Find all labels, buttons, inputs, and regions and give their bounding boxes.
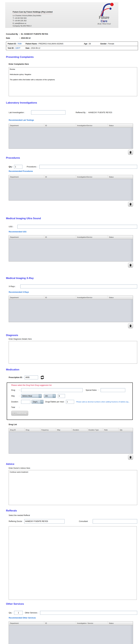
column-header-qty[interactable]: Qty xyxy=(119,428,133,432)
referral-list-box[interactable] xyxy=(9,526,137,600)
column-header-status[interactable]: Status xyxy=(108,296,133,300)
logo-swoosh-icon xyxy=(90,2,118,16)
procedures-input[interactable] xyxy=(39,165,137,169)
logo-word-care: Care ♥ xyxy=(101,20,107,23)
refresh-prescription-button[interactable] xyxy=(40,375,44,380)
way-frequency-select[interactable]: OD ▼ xyxy=(44,394,56,398)
logo-tagline: Body Mind Soul xyxy=(90,23,118,25)
drug-list-delete-button[interactable] xyxy=(128,455,133,460)
way-row: Way : Before Meal ▼ OD ▼ xyxy=(11,394,132,398)
column-header-id[interactable]: ID xyxy=(44,622,76,625)
per-meal-label: Drugs/Tablets per meal : xyxy=(45,401,65,403)
lab-investigation-input[interactable] xyxy=(31,110,66,114)
column-header-id[interactable]: ID xyxy=(44,124,76,128)
column-header-drug[interactable]: Drug xyxy=(24,428,40,432)
heart-icon: ♥ xyxy=(103,20,104,22)
procedures-qty-input[interactable] xyxy=(14,165,22,169)
xray-input[interactable] xyxy=(20,284,137,288)
way-meal-select[interactable]: Before Meal ▼ xyxy=(21,394,42,398)
reffered-by-label: Reffered By : xyxy=(76,112,86,114)
add-icon: + xyxy=(13,412,16,414)
patient-row-2: Visit ID : 13577 Date : 2024-06-12 xyxy=(6,46,138,50)
column-header-department[interactable]: Department xyxy=(9,622,44,625)
consult-date-value: 2024-06-12 xyxy=(21,37,31,39)
medication-heading: Medication xyxy=(6,368,139,371)
consult-date-label: Date xyxy=(6,37,19,39)
column-header-status[interactable]: Status xyxy=(108,622,133,625)
column-header-investigation[interactable]: Investigation/Service xyxy=(76,175,108,179)
column-header-status[interactable]: Status xyxy=(108,124,133,128)
other-services-input[interactable] xyxy=(40,611,137,615)
column-header-fequency[interactable]: Fequency xyxy=(40,428,56,432)
column-header-status[interactable]: Status xyxy=(108,235,133,239)
reffering-doctor-label: Reffering Doctor xyxy=(9,520,24,522)
complaints-label: Enter Complaints Here xyxy=(9,63,139,65)
uss-table: Department ID Investigation/Service Stat… xyxy=(9,235,133,262)
consulted-by-label: Consulted By xyxy=(6,33,19,35)
trash-icon xyxy=(129,264,132,266)
duration-type-select[interactable]: Day/s ▼ xyxy=(32,400,44,404)
referral-input-row: Reffering Doctor Consultant xyxy=(9,519,137,524)
duration-input[interactable] xyxy=(21,400,30,404)
column-header-way[interactable]: Way xyxy=(56,428,72,432)
column-header-investigation[interactable]: Investigation/Service xyxy=(76,124,108,128)
column-header-id[interactable]: ID xyxy=(44,296,76,300)
lab-table-body xyxy=(9,128,133,148)
way-qty-input[interactable] xyxy=(58,394,65,398)
patient-row-1: Patient ID : 7039 Patient Name : FREDRIC… xyxy=(6,42,138,46)
column-header-status[interactable]: Status xyxy=(108,175,133,179)
column-header-id[interactable]: ID xyxy=(44,235,76,239)
refresh-icon xyxy=(40,375,44,380)
per-meal-input[interactable] xyxy=(66,400,74,404)
drug-list-label: Drug List xyxy=(9,424,139,426)
patient-name-value: FREDRICA NALIMAN ADONIS xyxy=(38,43,63,45)
visit-date-label: Date xyxy=(26,47,30,49)
consultant-input[interactable] xyxy=(93,519,137,524)
diagnosis-label: Enter Diagnosis Details Here xyxy=(9,338,139,340)
complaints-textarea[interactable]: Review Helicobacter pylory- Negative The… xyxy=(9,67,137,96)
medication-entry-panel: Please select the Drug from Drug suggess… xyxy=(7,382,133,420)
patient-id-label: Patient ID xyxy=(8,43,16,45)
company-phone-2: T: +24 84 225 252 xyxy=(13,20,52,22)
column-header-department[interactable]: Department xyxy=(9,175,44,179)
reffered-by-value: HANECKY FUENTE REYES xyxy=(88,112,112,114)
column-header-duration[interactable]: Duration xyxy=(72,428,87,432)
lab-delete-button[interactable] xyxy=(128,150,133,155)
column-header-duration-type[interactable]: Duration Type xyxy=(87,428,103,432)
column-header-drug-id[interactable]: Drug ID xyxy=(9,428,24,432)
lab-investigation-label: Lab Investingation : xyxy=(9,112,31,114)
reffering-doctor-input[interactable] xyxy=(24,519,64,524)
column-header-department[interactable]: Department xyxy=(9,296,44,300)
column-header-investigation[interactable]: Investigation/Service xyxy=(76,296,108,300)
advice-textarea[interactable]: Continue same treatment xyxy=(9,470,137,505)
company-phone-1: T: +24 82 593 593 xyxy=(13,17,52,20)
xray-delete-button[interactable] xyxy=(128,323,133,328)
duration-row: Duration : Day/s ▼ Drugs/Tablets per mea… xyxy=(11,400,132,404)
column-header-note[interactable]: Note xyxy=(103,428,119,432)
uss-delete-button[interactable] xyxy=(128,263,133,268)
column-header-id[interactable]: ID xyxy=(44,175,76,179)
add-drug-button[interactable]: + Add Drug xyxy=(11,411,28,416)
uss-input[interactable] xyxy=(17,225,137,228)
procedures-qty-label: Qty : xyxy=(9,166,13,168)
patient-age-value: 38 xyxy=(89,43,91,45)
drug-list-table: Drug ID Drug Fequency Way Duration Durat… xyxy=(9,428,133,454)
lab-input-row: Lab Investingation : Reffered By : HANEC… xyxy=(9,110,139,114)
column-header-investigation[interactable]: Investigation / Service xyxy=(76,622,108,625)
column-header-department[interactable]: Department xyxy=(9,235,44,239)
diagnosis-textarea[interactable] xyxy=(9,341,137,364)
patient-info-box: Patient ID : 7039 Patient Name : FREDRIC… xyxy=(6,42,138,50)
total-label: Total xyxy=(11,406,19,408)
column-header-department[interactable]: Department xyxy=(9,124,44,128)
referrals-label: Select the needed Refferal xyxy=(9,514,139,516)
company-email: E: jude@future.sc xyxy=(13,22,52,25)
drug-warning-text: Please select the Drug from Drug suggess… xyxy=(11,384,132,386)
drug-input[interactable] xyxy=(21,388,83,392)
column-header-investigation[interactable]: Investigation/Service xyxy=(76,235,108,239)
procedures-delete-button[interactable] xyxy=(128,202,133,206)
special-notes-input[interactable] xyxy=(100,388,125,392)
procedures-table: Department ID Investigation/Service Stat… xyxy=(9,175,133,200)
chevron-down-icon: ▼ xyxy=(40,400,43,404)
prescription-id-input[interactable] xyxy=(25,376,38,380)
other-qty-input[interactable] xyxy=(14,611,23,615)
